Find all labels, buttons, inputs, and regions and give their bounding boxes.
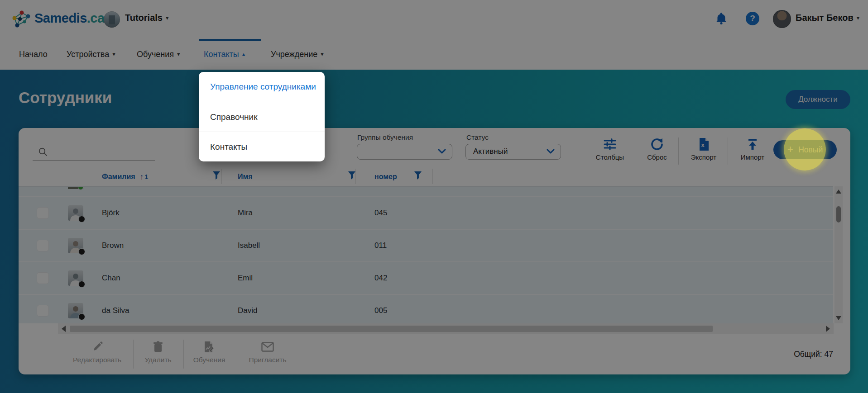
contacts-dropdown-menu: Управление сотрудниками Справочник Конта… bbox=[199, 72, 325, 161]
app-window: Samedis.care Tutorials▾ ? Бакыт Беков▾ Н… bbox=[0, 0, 868, 393]
menu-item-label: Управление сотрудниками bbox=[210, 82, 316, 91]
menu-item-label: Справочник bbox=[210, 112, 258, 122]
dim-overlay[interactable] bbox=[0, 0, 868, 393]
menu-item-contacts[interactable]: Контакты bbox=[199, 132, 325, 161]
menu-item-directory[interactable]: Справочник bbox=[199, 102, 325, 132]
tutorial-spotlight bbox=[784, 128, 826, 170]
menu-item-label: Контакты bbox=[210, 142, 247, 152]
menu-item-employee-management[interactable]: Управление сотрудниками bbox=[199, 72, 325, 102]
